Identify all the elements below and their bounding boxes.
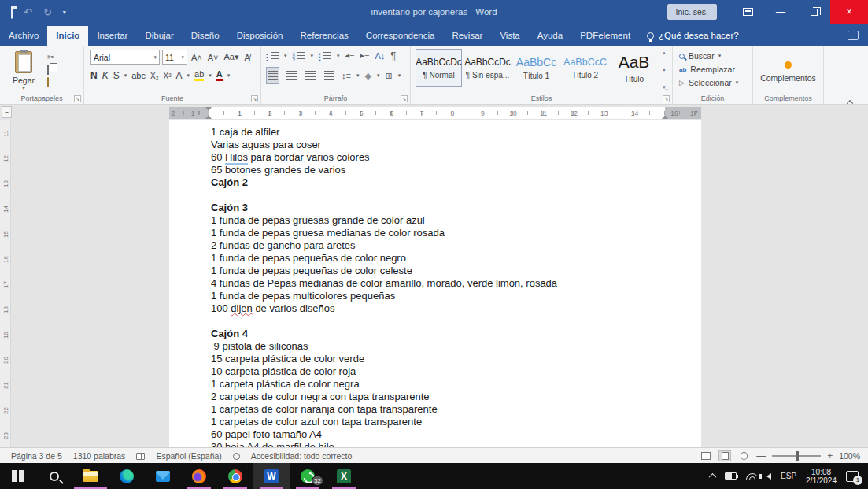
bold-button[interactable]: N xyxy=(90,70,98,81)
tell-me-box[interactable]: ¿Qué desea hacer? xyxy=(639,26,747,46)
tray-expand-icon[interactable] xyxy=(709,473,717,481)
chrome-button[interactable] xyxy=(217,463,253,489)
read-mode-button[interactable] xyxy=(700,450,712,461)
start-button[interactable] xyxy=(0,463,36,489)
copy-icon[interactable] xyxy=(47,65,58,75)
zoom-slider[interactable] xyxy=(772,455,821,457)
underline-dropdown-icon[interactable]: ▾ xyxy=(124,72,127,79)
line-spacing-icon[interactable]: ↕≡ xyxy=(342,71,351,80)
document-line[interactable]: 9 pistola de siliconas xyxy=(211,340,557,353)
style-título-2[interactable]: AaBbCcCTítulo 2 xyxy=(562,49,608,87)
minimize-button[interactable]: — xyxy=(764,0,797,24)
document-text[interactable]: 1 caja de alfilerVarias aguas para coser… xyxy=(211,126,557,447)
tab-vista[interactable]: Vista xyxy=(491,26,528,46)
first-line-indent-marker[interactable] xyxy=(205,107,212,111)
document-line[interactable]: Cajón 4 xyxy=(211,328,557,340)
collapse-ribbon-button[interactable] xyxy=(848,91,860,101)
document-line[interactable]: 15 carpeta plástica de color verde xyxy=(211,353,557,365)
paragraph-dialog-launcher[interactable]: ↘ xyxy=(401,95,408,102)
decrease-indent-icon[interactable]: ◂≡ xyxy=(345,50,355,61)
document-line[interactable]: 60 papel foto tamaño A4 xyxy=(211,428,557,441)
edge-button[interactable] xyxy=(109,463,145,489)
borders-icon[interactable]: ⊞ xyxy=(385,71,392,81)
comments-icon[interactable] xyxy=(848,31,859,40)
tab-selector[interactable]: ⌐ xyxy=(2,106,12,118)
document-line[interactable]: 1 funda de pepas multicolores pequeñas xyxy=(211,290,557,302)
zoom-out-button[interactable]: — xyxy=(756,450,766,461)
text-effects-button[interactable]: A xyxy=(176,70,183,81)
italic-button[interactable]: K xyxy=(102,70,109,81)
firefox-button[interactable] xyxy=(181,463,217,489)
volume-icon[interactable] xyxy=(766,473,771,480)
action-center-icon[interactable]: 1 xyxy=(846,471,859,482)
paste-dropdown-icon[interactable]: ▾ xyxy=(22,85,25,91)
styles-scroll-down-icon[interactable]: ▼ xyxy=(662,68,667,72)
zoom-level[interactable]: 100% xyxy=(839,451,860,461)
style-título[interactable]: AaBTítulo xyxy=(611,49,657,87)
word-count[interactable]: 1310 palabras xyxy=(73,451,126,461)
align-center-button[interactable] xyxy=(285,67,298,84)
word-taskbar-button[interactable]: W xyxy=(253,463,290,489)
strikethrough-button[interactable]: abc xyxy=(131,71,146,80)
tab-archivo[interactable]: Archivo xyxy=(0,26,47,46)
tab-dibujar[interactable]: Dibujar xyxy=(136,26,182,46)
shading-icon[interactable]: ◆ xyxy=(364,71,371,81)
redo-icon[interactable]: ↻ xyxy=(43,6,52,18)
underline-button[interactable]: S xyxy=(113,70,120,81)
tab-correspondencia[interactable]: Correspondencia xyxy=(357,26,444,46)
taskbar-search-button[interactable] xyxy=(36,463,72,489)
page-indicator[interactable]: Página 3 de 5 xyxy=(11,451,62,461)
font-name-combo[interactable]: Arial▾ xyxy=(90,50,160,65)
superscript-button[interactable]: X² xyxy=(164,72,172,80)
style-normal[interactable]: AaBbCcDc¶ Normal xyxy=(416,49,462,87)
styles-gallery-scroll[interactable]: ▲ ▼ ▼̲ xyxy=(659,49,669,91)
vertical-ruler[interactable]: 11121314151617181920212223 xyxy=(0,120,11,447)
language-indicator[interactable]: Español (España) xyxy=(156,451,221,461)
clock[interactable]: 10:08 2/1/2024 xyxy=(806,468,837,485)
web-layout-button[interactable] xyxy=(737,450,750,461)
document-line[interactable]: 2 fundas de gancho para aretes xyxy=(211,239,557,252)
language-tray-indicator[interactable]: ESP xyxy=(781,472,796,480)
style-sin-espa[interactable]: AaBbCcDc¶ Sin espa... xyxy=(464,49,511,87)
document-line[interactable]: 10 carpeta plástica de color roja xyxy=(211,365,557,378)
subscript-button[interactable]: X₂ xyxy=(150,72,159,80)
document-line[interactable]: 60 Hilos para bordar varios colores xyxy=(211,151,557,164)
numbering-icon[interactable]: 123 xyxy=(293,51,305,60)
font-color-button[interactable]: A xyxy=(216,70,223,81)
accessibility-status[interactable]: Accesibilidad: todo correcto xyxy=(251,451,352,461)
document-line[interactable]: 30 hoja A4 de marfil de hilo xyxy=(211,441,557,447)
tab-referencias[interactable]: Referencias xyxy=(291,26,356,46)
document-line[interactable]: 2 carpetas de color negra con tapa trans… xyxy=(211,391,557,403)
wifi-icon[interactable] xyxy=(746,473,757,480)
grow-font-button[interactable]: A˄ xyxy=(190,52,204,63)
styles-scroll-up-icon[interactable]: ▲ xyxy=(662,50,667,55)
document-line[interactable]: 1 caja de alfiler xyxy=(211,126,557,139)
document-line[interactable]: Cajón 3 xyxy=(211,202,557,214)
save-icon[interactable] xyxy=(11,6,13,18)
zoom-in-button[interactable]: + xyxy=(827,450,833,461)
excel-button[interactable]: X xyxy=(326,463,362,489)
restore-button[interactable] xyxy=(797,0,830,24)
styles-dialog-launcher[interactable]: ↘ xyxy=(663,95,670,102)
shrink-font-button[interactable]: A˅ xyxy=(206,52,220,63)
tab-insertar[interactable]: Insertar xyxy=(88,26,136,46)
document-line[interactable] xyxy=(211,315,557,328)
proofing-icon[interactable] xyxy=(136,451,145,461)
accessibility-icon[interactable] xyxy=(233,451,240,461)
select-button[interactable]: ▷ Seleccionar▾ xyxy=(679,78,749,87)
whatsapp-button[interactable]: 32 xyxy=(290,463,326,489)
increase-indent-icon[interactable]: ▸≡ xyxy=(360,50,370,61)
replace-button[interactable]: ab Reemplazar xyxy=(679,65,749,74)
align-right-button[interactable] xyxy=(304,67,317,84)
justify-button[interactable] xyxy=(323,67,336,84)
paragraph-marks-icon[interactable]: ¶ xyxy=(390,50,396,61)
mail-button[interactable] xyxy=(145,463,181,489)
document-page[interactable]: 1 caja de alfilerVarias aguas para coser… xyxy=(169,120,701,447)
file-explorer-button[interactable] xyxy=(72,463,109,489)
document-line[interactable]: Cajón 2 xyxy=(211,176,557,189)
hanging-indent-marker[interactable] xyxy=(205,115,212,119)
multilevel-list-icon[interactable]: ▪▪▪ xyxy=(319,51,331,60)
document-line[interactable] xyxy=(211,189,557,202)
print-layout-button[interactable] xyxy=(718,450,731,461)
find-button[interactable]: Buscar▾ xyxy=(679,51,749,61)
